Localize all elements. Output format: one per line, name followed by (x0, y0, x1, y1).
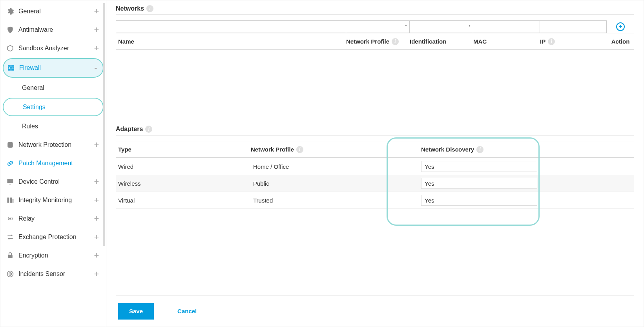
svg-rect-2 (8, 67, 9, 68)
sidebar-item-device-control[interactable]: Device Control + (0, 172, 106, 191)
info-icon[interactable]: i (392, 38, 399, 45)
info-icon[interactable]: i (145, 126, 152, 133)
expand-icon[interactable]: + (93, 252, 100, 259)
col-network-discovery: Network Discovery i (419, 146, 634, 153)
info-icon[interactable]: i (146, 5, 153, 12)
sidebar-item-network-protection[interactable]: Network Protection + (0, 135, 106, 154)
discovery-select[interactable]: Yes (421, 195, 537, 206)
cell-type: Wireless (116, 180, 251, 187)
sidebar-item-integrity-monitoring[interactable]: Integrity Monitoring + (0, 191, 106, 209)
expand-icon[interactable]: + (93, 45, 100, 52)
info-icon[interactable]: i (476, 146, 483, 153)
save-button[interactable]: Save (118, 303, 154, 320)
table-row[interactable]: Wired Home / Office Yes (116, 158, 634, 175)
cancel-button[interactable]: Cancel (175, 307, 199, 315)
sidebar-item-firewall[interactable]: Firewall - (3, 58, 104, 78)
cell-discovery: Yes (419, 195, 634, 206)
gear-icon (6, 7, 15, 16)
svg-rect-4 (13, 67, 14, 68)
firewall-sub-settings[interactable]: Settings (3, 98, 104, 116)
filter-ip-input[interactable] (540, 20, 607, 33)
svg-rect-1 (11, 65, 14, 66)
cell-type: Wired (116, 163, 251, 170)
plus-circle-icon: + (616, 22, 625, 31)
section-title: Adapters (116, 126, 143, 133)
sidebar-item-label: Encryption (18, 252, 93, 259)
sidebar-item-label: Network Protection (18, 141, 93, 148)
discovery-select[interactable]: Yes (421, 178, 537, 189)
filter-profile-select[interactable] (346, 20, 410, 33)
table-row[interactable]: Wireless Public Yes (116, 175, 634, 192)
col-ip: IP i (540, 38, 607, 45)
expand-icon[interactable]: + (93, 178, 100, 185)
add-network-button[interactable]: + (607, 22, 634, 31)
svg-rect-16 (8, 255, 13, 258)
cell-profile[interactable]: Home / Office (251, 163, 419, 170)
col-name: Name (116, 38, 346, 45)
cube-icon (6, 44, 15, 53)
adapters-section: Adapters i Type Network Profile i Networ… (116, 126, 634, 209)
col-profile: Network Profile i (346, 38, 410, 45)
filter-name-input[interactable] (116, 20, 346, 33)
sidebar-item-antimalware[interactable]: Antimalware + (0, 20, 106, 39)
expand-icon[interactable]: + (93, 26, 100, 33)
expand-icon[interactable]: + (93, 141, 100, 148)
sidebar-item-general[interactable]: General + (0, 2, 106, 20)
svg-rect-11 (9, 184, 11, 185)
svg-line-9 (9, 163, 12, 164)
sidebar-item-encryption[interactable]: Encryption + (0, 246, 106, 265)
svg-rect-0 (8, 65, 11, 66)
firewall-sub-rules[interactable]: Rules (0, 117, 106, 135)
radar-icon (6, 270, 15, 278)
adapters-table-body: Wired Home / Office Yes Wireless Public … (116, 158, 634, 209)
info-icon[interactable]: i (296, 146, 303, 153)
sidebar-item-label: Exchange Protection (18, 234, 93, 241)
cell-type: Virtual (116, 197, 251, 204)
svg-point-19 (10, 274, 11, 274)
sidebar-scrollbar[interactable] (103, 3, 105, 324)
networks-table-header: Name Network Profile i Identification MA… (116, 33, 634, 50)
svg-rect-5 (8, 69, 11, 70)
firewall-sub-general[interactable]: General (0, 79, 106, 97)
table-row[interactable]: Virtual Trusted Yes (116, 192, 634, 209)
main-content: Networks i + Name Network Profile (106, 0, 644, 327)
svg-rect-12 (7, 197, 9, 203)
sidebar-item-sandbox-analyzer[interactable]: Sandbox Analyzer + (0, 39, 106, 57)
sidebar-item-label: Sandbox Analyzer (18, 45, 93, 52)
section-header-adapters: Adapters i (116, 126, 634, 135)
cell-discovery: Yes (419, 178, 634, 189)
filter-mac-input[interactable] (473, 20, 540, 33)
lock-icon (6, 251, 15, 260)
firewall-subnav: General Settings Rules (0, 79, 106, 135)
filter-identification-select[interactable] (410, 20, 473, 33)
sidebar-item-relay[interactable]: Relay + (0, 209, 106, 228)
col-mac: MAC (473, 38, 540, 45)
cell-profile[interactable]: Trusted (251, 197, 419, 204)
col-identification: Identification (410, 38, 473, 45)
expand-icon[interactable]: + (93, 270, 100, 278)
integrity-icon (6, 196, 15, 205)
sidebar-item-incidents-sensor[interactable]: Incidents Sensor + (0, 265, 106, 283)
filter-inputs (116, 20, 607, 33)
discovery-select[interactable]: Yes (421, 161, 537, 172)
sidebar-item-patch-management[interactable]: Patch Management (0, 154, 106, 172)
shield-icon (6, 26, 15, 34)
expand-icon[interactable]: + (93, 197, 100, 204)
info-icon[interactable]: i (548, 38, 555, 45)
collapse-icon[interactable]: - (92, 64, 100, 71)
svg-rect-14 (13, 199, 14, 203)
patch-icon (6, 159, 15, 168)
col-action: Action (607, 38, 634, 45)
networks-filter-row: + (116, 20, 634, 33)
adapters-table-header: Type Network Profile i Network Discovery… (116, 141, 634, 158)
svg-rect-10 (7, 179, 13, 183)
sidebar-item-label: Incidents Sensor (18, 270, 93, 278)
sidebar-item-label: Antimalware (18, 26, 93, 33)
cell-profile[interactable]: Public (251, 180, 419, 187)
expand-icon[interactable]: + (93, 215, 100, 222)
sidebar-item-exchange-protection[interactable]: Exchange Protection + (0, 228, 106, 246)
sidebar-item-label: Integrity Monitoring (18, 197, 93, 204)
expand-icon[interactable]: + (93, 8, 100, 15)
expand-icon[interactable]: + (93, 234, 100, 241)
section-title: Networks (116, 5, 144, 12)
